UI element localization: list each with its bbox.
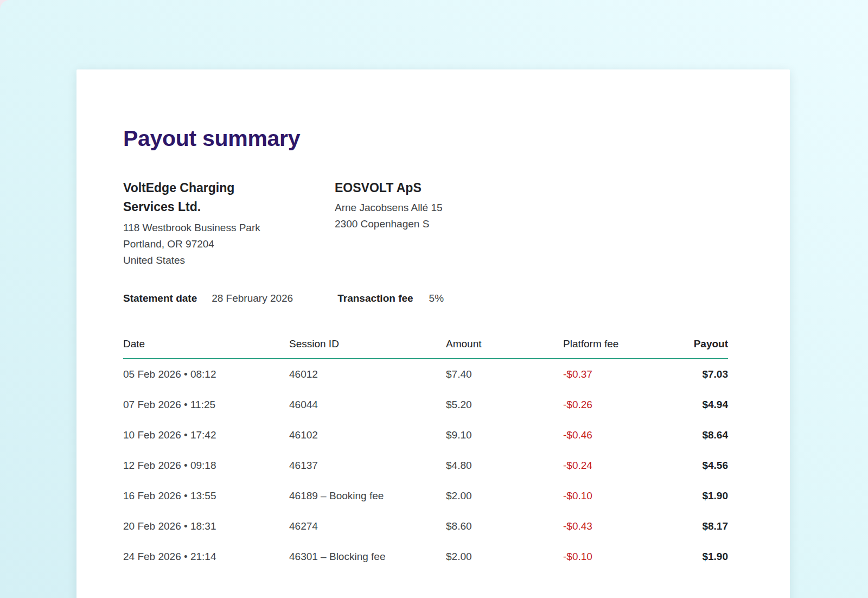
cell-platform-fee: -$0.37 [563,368,652,380]
transaction-fee-label: Transaction fee [337,292,413,304]
statement-date-value: 28 February 2026 [212,292,293,304]
cell-date: 20 Feb 2026 • 18:31 [123,520,289,532]
cell-platform-fee: -$0.46 [563,429,652,441]
cell-session-id: 46102 [289,429,446,441]
cell-session-id: 46301 – Blocking fee [289,551,446,563]
cell-platform-fee: -$0.24 [563,460,652,472]
cell-amount: $8.60 [446,520,563,532]
payer-block: EOSVOLT ApS Arne Jacobsens Allé 15 2300 … [335,179,443,269]
column-header-session-id: Session ID [289,338,446,350]
payout-statement-card: Payout summary VoltEdge Charging Service… [76,69,790,598]
payee-address-line-3: United States [123,252,335,269]
payer-address-line-2: 2300 Copenhagen S [335,216,443,232]
parties-section: VoltEdge Charging Services Ltd. 118 West… [123,179,728,269]
payer-address-line-1: Arne Jacobsens Allé 15 [335,200,443,216]
table-row: 10 Feb 2026 • 17:42 46102 $9.10 -$0.46 $… [123,420,728,450]
payer-address: Arne Jacobsens Allé 15 2300 Copenhagen S [335,200,443,232]
cell-session-id: 46189 – Booking fee [289,490,446,502]
cell-amount: $2.00 [446,490,563,502]
table-row: 20 Feb 2026 • 18:31 46274 $8.60 -$0.43 $… [123,511,728,542]
cell-amount: $4.80 [446,460,563,472]
payee-address: 118 Westbrook Business Park Portland, OR… [123,220,335,269]
cell-payout: $1.90 [652,490,728,502]
cell-session-id: 46044 [289,399,446,411]
cell-payout: $4.94 [652,399,728,411]
cell-platform-fee: -$0.10 [563,551,652,563]
cell-date: 16 Feb 2026 • 13:55 [123,490,289,502]
payee-name-line-1: VoltEdge Charging [123,179,335,198]
cell-payout: $8.64 [652,429,728,441]
transaction-fee-value: 5% [429,292,444,304]
transactions-table: Date Session ID Amount Platform fee Payo… [123,338,728,572]
cell-payout: $4.56 [652,460,728,472]
table-row: 24 Feb 2026 • 21:14 46301 – Blocking fee… [123,542,728,572]
cell-date: 10 Feb 2026 • 17:42 [123,429,289,441]
column-header-payout: Payout [652,338,728,350]
cell-amount: $7.40 [446,368,563,380]
cell-platform-fee: -$0.10 [563,490,652,502]
cell-date: 05 Feb 2026 • 08:12 [123,368,289,380]
payee-address-line-1: 118 Westbrook Business Park [123,220,335,236]
payer-name: EOSVOLT ApS [335,179,443,198]
table-header-row: Date Session ID Amount Platform fee Payo… [123,338,728,359]
payee-address-line-2: Portland, OR 97204 [123,236,335,252]
table-row: 12 Feb 2026 • 09:18 46137 $4.80 -$0.24 $… [123,450,728,481]
table-row: 05 Feb 2026 • 08:12 46012 $7.40 -$0.37 $… [123,359,728,390]
column-header-platform-fee: Platform fee [563,338,652,350]
cell-date: 07 Feb 2026 • 11:25 [123,399,289,411]
cell-session-id: 46137 [289,460,446,472]
cell-payout: $7.03 [652,368,728,380]
payee-name: VoltEdge Charging Services Ltd. [123,179,335,217]
statement-date-label: Statement date [123,292,197,304]
table-row: 07 Feb 2026 • 11:25 46044 $5.20 -$0.26 $… [123,390,728,420]
cell-date: 24 Feb 2026 • 21:14 [123,551,289,563]
statement-meta-row: Statement date 28 February 2026 Transact… [123,292,728,304]
payee-block: VoltEdge Charging Services Ltd. 118 West… [123,179,335,269]
cell-amount: $5.20 [446,399,563,411]
cell-session-id: 46274 [289,520,446,532]
cell-payout: $1.90 [652,551,728,563]
table-row: 16 Feb 2026 • 13:55 46189 – Booking fee … [123,481,728,511]
column-header-amount: Amount [446,338,563,350]
page-title: Payout summary [123,126,728,151]
column-header-date: Date [123,338,289,350]
cell-amount: $9.10 [446,429,563,441]
cell-platform-fee: -$0.43 [563,520,652,532]
payee-name-line-2: Services Ltd. [123,198,335,217]
cell-payout: $8.17 [652,520,728,532]
cell-date: 12 Feb 2026 • 09:18 [123,460,289,472]
cell-platform-fee: -$0.26 [563,399,652,411]
cell-session-id: 46012 [289,368,446,380]
cell-amount: $2.00 [446,551,563,563]
